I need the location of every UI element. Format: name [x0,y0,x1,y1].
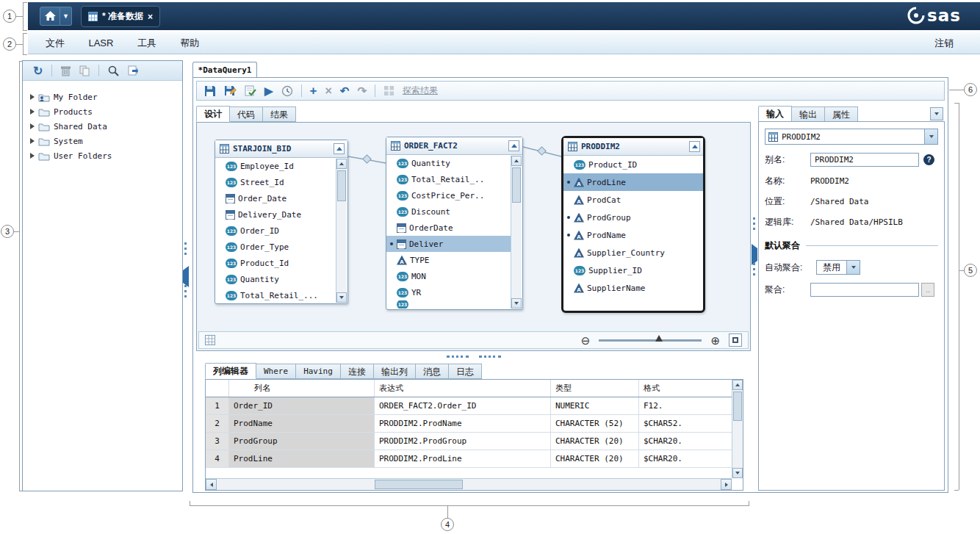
tab-input[interactable]: 输入 [758,106,792,122]
tree-item-products[interactable]: Products [23,104,182,119]
column-row[interactable]: 123Street_Id [215,174,336,190]
zoom-in-icon[interactable]: ⊕ [710,335,720,346]
cell-expression[interactable]: PRODDIM2.ProdLine [375,450,551,467]
column-row[interactable]: 123Supplier_ID [563,261,703,279]
input-table-combo[interactable]: PRODDIM2 [765,129,938,145]
scroll-up-icon[interactable] [511,156,522,166]
query-diagram-canvas[interactable]: STARJOIN_BID 123Employee_Id 123Street_Id… [196,122,751,351]
save-as-icon[interactable] [224,85,237,97]
cell-type[interactable]: NUMERIC [551,397,639,414]
tab-log[interactable]: 日志 [449,364,482,379]
tree-item-shared-data[interactable]: Shared Data [23,119,182,134]
tab-having[interactable]: Having [296,364,341,379]
tab-properties[interactable]: 属性 [825,107,858,122]
scroll-up-icon[interactable] [732,380,743,390]
expand-right-panel-arrow[interactable] [752,248,757,261]
validate-icon[interactable] [245,85,256,97]
column-row[interactable]: 123Product_Id [215,255,336,271]
column-row[interactable]: AProdGroup [563,209,703,226]
cell-type[interactable]: CHARACTER (20) [551,450,639,467]
collapse-left-panel-arrow[interactable] [183,270,189,284]
column-row[interactable]: Delivery_Date [215,206,336,223]
auto-aggregation-dropdown[interactable]: 禁用 [816,260,860,275]
menu-file[interactable]: 文件 [35,32,75,54]
column-row[interactable]: 123Employee_Id [215,158,336,174]
browse-aggregation-button[interactable]: .. [921,283,934,297]
undo-icon[interactable]: ↶ [340,84,350,97]
collapse-node-button[interactable] [689,141,700,152]
zoom-slider[interactable] [599,339,702,342]
menu-lasr[interactable]: LASR [78,32,123,54]
table-row[interactable]: 1 Order_ID ORDER_FACT2.Order_ID NUMERIC … [206,397,732,415]
collapse-node-button[interactable] [334,143,345,154]
table-row[interactable]: 3 ProdGroup PRODDIM2.ProdGroup CHARACTER… [206,433,732,450]
column-row[interactable]: OrderDate [386,220,511,236]
cell-expression[interactable]: PRODDIM2.ProdGroup [375,433,551,450]
delete-icon[interactable]: × [325,84,331,97]
column-row[interactable]: 123Quantity [386,155,511,171]
cell-expression[interactable]: PRODDIM2.ProdName [375,415,551,432]
table-row[interactable]: 4 ProdLine PRODDIM2.ProdLine CHARACTER (… [206,450,732,468]
add-icon[interactable]: + [310,84,317,97]
cell-format[interactable]: $CHAR52. [639,415,732,432]
table-node-proddim2[interactable]: PRODDIM2 123Product_ID AProdLine AProdCa… [561,136,705,313]
column-row[interactable]: ASupplier_Country [563,244,703,261]
run-icon[interactable]: ▶ [264,84,273,97]
tree-item-user-folders[interactable]: User Folders [23,148,182,163]
scroll-left-icon[interactable] [206,479,217,490]
column-row[interactable]: Order_Date [215,190,336,206]
column-row[interactable]: 123CostPrice_Per.. [386,187,511,203]
menu-help[interactable]: 帮助 [170,32,209,54]
scroll-down-icon[interactable] [732,468,743,478]
expander-icon[interactable] [30,138,35,144]
logout-link[interactable]: 注销 [934,32,954,54]
help-icon[interactable]: ? [923,154,934,165]
scroll-up-icon[interactable] [336,159,347,169]
cell-format[interactable]: $CHAR20. [639,433,732,450]
column-row[interactable]: AProdCat [563,191,703,209]
collapse-node-button[interactable] [508,140,519,151]
table-node-starjoin-bid[interactable]: STARJOIN_BID 123Employee_Id 123Street_Id… [215,140,348,304]
left-splitter-handle[interactable] [184,285,187,298]
copy-icon[interactable] [79,65,90,76]
tree-item-system[interactable]: System [23,134,182,148]
column-row[interactable]: 123Product_ID [563,156,703,173]
cell-column-name[interactable]: Order_ID [229,397,375,414]
delete-icon[interactable] [61,65,71,76]
scrollbar-thumb[interactable] [375,480,463,489]
alias-input[interactable] [810,153,919,167]
cell-type[interactable]: CHARACTER (20) [551,433,639,450]
column-row[interactable]: 123Order_ID [215,223,336,239]
tab-messages[interactable]: 消息 [416,364,449,379]
dropdown-icon[interactable] [846,261,860,274]
right-splitter-handle[interactable] [753,263,755,276]
tab-column-editor[interactable]: 列编辑器 [205,363,256,379]
cell-format[interactable]: F12. [639,397,732,414]
aggregation-input[interactable] [810,283,919,297]
explore-results-link[interactable]: 探索结果 [403,84,438,97]
cell-column-name[interactable]: ProdGroup [229,433,375,450]
tab-output-columns[interactable]: 输出列 [374,364,416,379]
table-row[interactable]: 2 ProdName PRODDIM2.ProdName CHARACTER (… [206,415,732,433]
combo-dropdown-icon[interactable] [924,129,937,144]
cell-type[interactable]: CHARACTER (52) [551,415,639,432]
cell-column-name[interactable]: ProdLine [229,450,375,467]
column-row[interactable]: 123Order_Type [215,239,336,255]
tab-where[interactable]: Where [256,364,296,379]
column-row[interactable]: 123MON [386,268,511,284]
column-row[interactable]: 123Total_Retail_... [215,287,336,303]
expander-icon[interactable] [30,109,35,115]
cell-column-name[interactable]: ProdName [229,415,375,432]
scrollbar-thumb[interactable] [512,167,521,203]
home-menu-caret[interactable]: ▼ [60,7,72,26]
home-button[interactable] [40,7,60,26]
tree-item-my-folder[interactable]: My Folder [23,90,182,104]
zoom-out-icon[interactable]: ⊖ [581,335,591,346]
node-header[interactable]: ORDER_FACT2 [386,137,522,155]
menu-tools[interactable]: 工具 [127,32,167,54]
search-icon[interactable] [108,65,119,76]
column-row[interactable]: 123Quantity [215,271,336,287]
table-vertical-scrollbar[interactable] [732,380,743,478]
table-node-order-fact2[interactable]: ORDER_FACT2 123Quantity 123Total_Retail_… [386,137,523,310]
node-header[interactable]: PRODDIM2 [563,138,703,156]
